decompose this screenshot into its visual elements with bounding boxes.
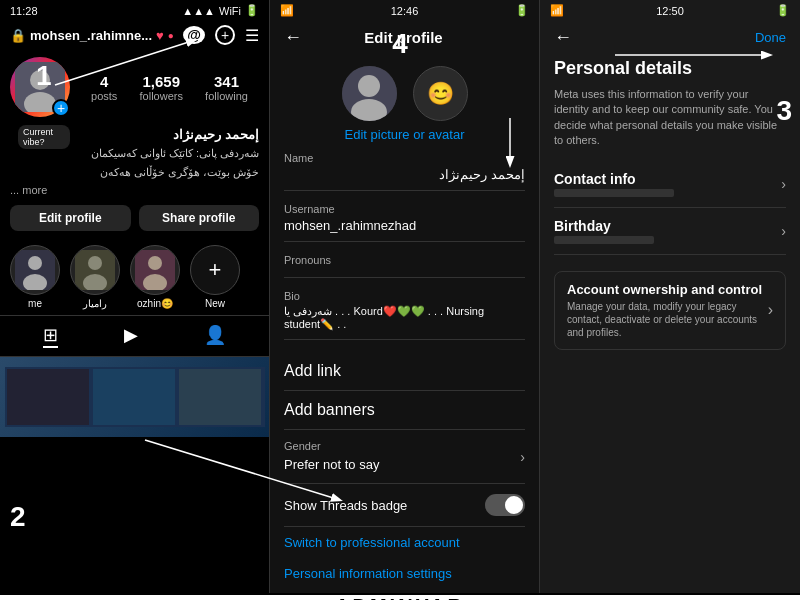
edit-picture-label[interactable]: Edit picture or avatar — [345, 127, 465, 142]
heart-verified-icon: ♥ — [156, 28, 164, 43]
svg-rect-14 — [93, 369, 175, 425]
dot-icon: ● — [168, 30, 174, 41]
gender-chevron-icon: › — [520, 449, 525, 465]
avatar-section: 😊 Edit picture or avatar — [270, 54, 539, 148]
svg-rect-13 — [7, 369, 89, 425]
grid-tab-icon[interactable]: ⊞ — [43, 324, 58, 348]
battery-icon: 🔋 — [245, 4, 259, 17]
contact-info-field[interactable]: Contact info › — [554, 161, 786, 208]
switch-professional-link[interactable]: Switch to professional account — [284, 527, 525, 558]
gender-label: Gender — [284, 440, 379, 452]
menu-icon[interactable]: ☰ — [245, 26, 259, 45]
add-link-label: Add link — [284, 362, 341, 380]
done-button[interactable]: Done — [755, 30, 786, 45]
account-section-title: Account ownership and control — [567, 282, 768, 297]
highlight-new[interactable]: + New — [190, 245, 240, 309]
highlight-ozhin[interactable]: ozhin😊 — [130, 245, 180, 309]
account-section-chevron-icon: › — [768, 301, 773, 319]
username-field-group: Username mohsen_.rahimnezhad — [284, 203, 525, 242]
posts-label: posts — [91, 90, 117, 102]
profile-time: 11:28 — [10, 5, 38, 17]
edit-battery: 🔋 — [515, 4, 529, 17]
add-icon[interactable]: + — [215, 25, 235, 45]
action-buttons: Edit profile Share profile — [0, 197, 269, 239]
name-label: Name — [284, 152, 525, 164]
highlight-ramyar[interactable]: رامیار — [70, 245, 120, 309]
bio-label: Bio — [284, 290, 525, 302]
bio-value[interactable]: شەردفی یا . . . Kourd❤️💚💚 . . . Nursing … — [284, 305, 525, 331]
personal-nav: ← Done — [540, 21, 800, 54]
panel-personal: 📶 12:50 🔋 ← Done 4 Personal details Meta… — [540, 0, 800, 593]
contact-info-label: Contact info — [554, 171, 674, 187]
followers-label: followers — [140, 90, 183, 102]
header-action-icons: @ + ☰ — [183, 25, 259, 45]
profile-header: 🔒 mohsen_.rahimne... ♥ ● @ + ☰ — [0, 21, 269, 49]
show-threads-label: Show Threads badge — [284, 498, 407, 513]
svg-point-7 — [88, 256, 102, 270]
panel-edit: 📶 12:46 🔋 ← Edit profile 😊 — [270, 0, 540, 593]
grid-preview — [0, 357, 269, 437]
profile-username: 🔒 mohsen_.rahimne... ♥ ● — [10, 28, 174, 43]
highlight-label-new: New — [205, 298, 225, 309]
edit-time: 12:46 — [391, 5, 419, 17]
highlight-circle-ramyar — [70, 245, 120, 295]
username-value[interactable]: mohsen_.rahimnezhad — [284, 218, 525, 233]
highlight-label-me: me — [28, 298, 42, 309]
status-bar-edit: 📶 12:46 🔋 — [270, 0, 539, 21]
personal-back-button[interactable]: ← — [554, 27, 572, 48]
show-threads-toggle[interactable] — [485, 494, 525, 516]
lock-icon: 🔒 — [10, 28, 26, 43]
share-profile-button[interactable]: Share profile — [139, 205, 260, 231]
pronouns-field-group: Pronouns — [284, 254, 525, 278]
edit-avatar[interactable] — [342, 66, 397, 121]
birthday-chevron-icon: › — [781, 223, 786, 239]
more-link[interactable]: ... more — [0, 183, 269, 197]
personal-status-signal: 📶 — [550, 4, 564, 17]
show-threads-row: Show Threads badge — [284, 484, 525, 527]
following-stat: 341 following — [205, 73, 248, 102]
personal-desc: Meta uses this information to verify you… — [540, 83, 800, 153]
account-section-desc: Manage your data, modify your legacy con… — [567, 300, 768, 339]
name-field-group: Name إمحمد رحیم‌نژاد‌ — [284, 152, 525, 191]
highlight-me[interactable]: me — [10, 245, 60, 309]
account-section-text: Account ownership and control Manage you… — [567, 282, 768, 339]
add-link-row[interactable]: Add link — [284, 352, 525, 391]
account-ownership-section[interactable]: Account ownership and control Manage you… — [554, 271, 786, 350]
add-banners-row[interactable]: Add banners — [284, 391, 525, 430]
annotation-1: 1 — [36, 60, 52, 92]
highlights-row: me رامیار ozhin😊 + New — [0, 239, 269, 315]
posts-count: 4 — [100, 73, 108, 90]
threads-icon[interactable]: @ — [183, 26, 205, 44]
username-text: mohsen_.rahimne... — [30, 28, 152, 43]
svg-point-10 — [148, 256, 162, 270]
tagged-tab-icon[interactable]: 👤 — [204, 324, 226, 348]
followers-count: 1,659 — [142, 73, 180, 90]
toggle-knob — [505, 496, 523, 514]
edit-form: Name إمحمد رحیم‌نژاد‌ Username mohsen_.r… — [270, 148, 539, 593]
name-value[interactable]: إمحمد رحیم‌نژاد‌ — [284, 167, 525, 182]
svg-point-4 — [28, 256, 42, 270]
gender-value: Prefer not to say — [284, 457, 379, 472]
personal-battery: 🔋 — [776, 4, 790, 17]
edit-avatar-placeholder[interactable]: 😊 — [413, 66, 468, 121]
signal-icon: ▲▲▲ — [182, 5, 215, 17]
svg-point-17 — [358, 75, 380, 97]
highlight-circle-me — [10, 245, 60, 295]
followers-stat: 1,659 followers — [140, 73, 183, 102]
reels-tab-icon[interactable]: ▶ — [124, 324, 138, 348]
personal-title: Personal details — [540, 54, 800, 83]
avatar-add-icon[interactable]: + — [52, 99, 70, 117]
bottom-bar: ADMINYAR — [0, 593, 800, 600]
birthday-field[interactable]: Birthday › — [554, 208, 786, 255]
edit-back-button[interactable]: ← — [284, 27, 302, 48]
panel-profile: 11:28 ▲▲▲ WiFi 🔋 🔒 mohsen_.rahimne... ♥ … — [0, 0, 270, 593]
birthday-label: Birthday — [554, 218, 654, 234]
personal-information-link[interactable]: Personal information settings — [284, 558, 525, 589]
status-icons: ▲▲▲ WiFi 🔋 — [182, 4, 259, 17]
gender-row[interactable]: Gender Prefer not to say › — [284, 430, 525, 484]
edit-profile-button[interactable]: Edit profile — [10, 205, 131, 231]
avatar-pair: 😊 — [342, 66, 468, 121]
edit-status-left: 📶 — [280, 4, 294, 17]
following-count: 341 — [214, 73, 239, 90]
stats-row: 4 posts 1,659 followers 341 following — [80, 73, 259, 102]
